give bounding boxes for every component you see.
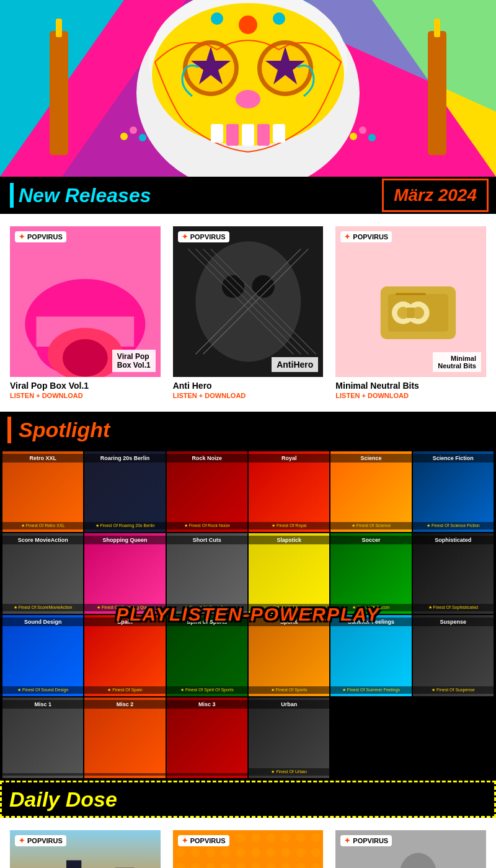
playlist-item-16[interactable]: Summer Feelings★ Finest Of Summer Feelin… — [330, 615, 411, 696]
album-cover-urban-explorer[interactable]: Urban Explorer ✦POPVIRUS — [10, 830, 161, 868]
album-card-anti-hero: AntiHero ✦POPVIRUSAnti HeroLISTEN + DOWN… — [173, 226, 324, 399]
playlist-subtitle: ★ Finest Of Urban — [249, 768, 329, 776]
hero-banner — [0, 0, 496, 177]
playlist-item-21[interactable]: Urban★ Finest Of Urban — [249, 698, 329, 778]
playlist-subtitle: ★ Finest Of Royal — [249, 522, 329, 529]
svg-rect-56 — [407, 308, 415, 318]
playlist-title: Summer Feelings — [330, 618, 411, 626]
playlist-item-18[interactable]: Misc 1 — [2, 698, 83, 778]
popvirus-badge: ✦POPVIRUS — [15, 835, 66, 846]
album-title-viral-pop: Viral Pop Box Vol.1 — [10, 381, 161, 391]
album-card-urban-explorer: Urban Explorer ✦POPVIRUSUrban ExplorerLI… — [10, 830, 161, 868]
playlist-title: Urban — [249, 700, 329, 709]
svg-point-20 — [239, 16, 257, 34]
svg-point-28 — [130, 126, 137, 134]
playlist-subtitle: ★ Finest Of Soccer — [330, 604, 411, 611]
album-link-minimal-neutral[interactable]: LISTEN + DOWNLOAD — [335, 392, 486, 399]
svg-point-22 — [273, 12, 285, 25]
svg-point-32 — [368, 134, 376, 141]
playlist-subtitle — [167, 773, 247, 776]
playlist-title: Rock Noize — [167, 454, 247, 463]
playlist-subtitle: ★ Finest Of Short Cuts — [167, 604, 247, 611]
album-cover-acoustic-traveller[interactable]: AcousticTraveller ✦POPVIRUS — [335, 830, 486, 868]
playlist-item-17[interactable]: Suspense★ Finest Of Suspense — [413, 615, 494, 696]
album-link-anti-hero[interactable]: LISTEN + DOWNLOAD — [173, 392, 324, 399]
playlist-item-20[interactable]: Misc 3 — [167, 698, 247, 778]
playlist-item-9[interactable]: Slapstick★ Finest Of Slapstick — [249, 533, 329, 614]
playlist-item-5[interactable]: Science Fiction★ Finest Of Science Ficti… — [413, 451, 494, 532]
popvirus-badge: ✦POPVIRUS — [340, 835, 392, 846]
album-cover-goodday-sunshine[interactable]: GoodDaySunshine ✦POPVIRUS — [173, 830, 324, 868]
date-badge: März 2024 — [382, 179, 489, 212]
playlist-item-3[interactable]: Royal★ Finest Of Royal — [249, 451, 329, 532]
playlist-item-14[interactable]: Spirit of Sports★ Finest Of Spirit Of Sp… — [167, 615, 247, 696]
album-cover-minimal-neutral[interactable]: MinimalNeutral Bits ✦POPVIRUS — [335, 226, 486, 377]
playlist-title: Misc 2 — [84, 700, 165, 709]
playlist-title: Suspense — [413, 618, 494, 626]
playlist-subtitle: ★ Finest Of Sophisticated — [413, 604, 494, 611]
playlist-subtitle: ★ Finest Of Sound Design — [2, 686, 83, 694]
playlist-title: Roaring 20s Berlin — [84, 454, 165, 463]
spotlight-header: Spotlight — [0, 412, 496, 449]
svg-rect-23 — [50, 31, 68, 155]
album-title-anti-hero: Anti Hero — [173, 381, 324, 391]
playlist-subtitle — [84, 773, 165, 776]
album-card-goodday-sunshine: GoodDaySunshine ✦POPVIRUSGoodDaySunshine… — [173, 830, 324, 868]
daily-dose-grid: Urban Explorer ✦POPVIRUSUrban ExplorerLI… — [0, 818, 496, 868]
playlist-subtitle: ★ Finest Of Spain — [84, 686, 165, 694]
playlist-subtitle: ★ Finest Of Science Fiction — [413, 522, 494, 529]
album-link-viral-pop[interactable]: LISTEN + DOWNLOAD — [10, 392, 161, 399]
playlist-item-10[interactable]: Soccer★ Finest Of Soccer — [330, 533, 411, 614]
playlist-title: Spirit of Sports — [167, 618, 247, 626]
playlist-title: Soccer — [330, 536, 411, 544]
popvirus-badge: ✦POPVIRUS — [178, 835, 229, 846]
album-cover-viral-pop[interactable]: Viral PopBox Vol.1 ✦POPVIRUS — [10, 226, 161, 377]
playlist-title: Sound Design — [2, 618, 83, 626]
playlist-item-11[interactable]: Sophisticated★ Finest Of Sophisticated — [413, 533, 494, 614]
playlist-item-7[interactable]: Shopping Queen★ Finest Of Shopping Queen — [84, 533, 165, 614]
svg-point-31 — [359, 126, 366, 134]
playlist-subtitle: ★ Finest Of Retro XXL — [2, 522, 83, 529]
playlist-item-2[interactable]: Rock Noize★ Finest Of Rock Noize — [167, 451, 247, 532]
svg-point-27 — [120, 133, 128, 140]
new-releases-header: New Releases März 2024 — [0, 177, 496, 214]
playlist-item-19[interactable]: Misc 2 — [84, 698, 165, 778]
playlist-title: Sports — [249, 618, 329, 626]
playlist-title: Misc 3 — [167, 700, 247, 709]
playlist-subtitle: ★ Finest Of Spirit Of Sports — [167, 686, 247, 694]
playlist-item-13[interactable]: Spain★ Finest Of Spain — [84, 615, 165, 696]
album-title-minimal-neutral: Minimal Neutral Bits — [335, 381, 486, 391]
svg-rect-26 — [434, 19, 440, 37]
playlist-subtitle: ★ Finest Of ScoreMovieAction — [2, 604, 83, 611]
playlist-item-12[interactable]: Sound Design★ Finest Of Sound Design — [2, 615, 83, 696]
playlist-item-0[interactable]: Retro XXL★ Finest Of Retro XXL — [2, 451, 83, 532]
playlist-item-8[interactable]: Short Cuts★ Finest Of Short Cuts — [167, 533, 247, 614]
playlist-item-4[interactable]: Science★ Finest Of Science — [330, 451, 411, 532]
popvirus-badge: ✦POPVIRUS — [178, 231, 229, 242]
playlist-subtitle: ★ Finest Of Rock Noize — [167, 522, 247, 529]
daily-dose-header: Daily Dose — [0, 781, 496, 818]
playlist-subtitle: ★ Finest Of Slapstick — [249, 604, 329, 611]
playlist-item-1[interactable]: Roaring 20s Berlin★ Finest Of Roaring 20… — [84, 451, 165, 532]
playlist-title: Short Cuts — [167, 536, 247, 544]
playlist-subtitle — [2, 773, 83, 776]
spotlight-playlist-grid: Retro XXL★ Finest Of Retro XXLRoaring 20… — [0, 449, 496, 781]
svg-rect-18 — [273, 124, 285, 143]
popvirus-badge: ✦POPVIRUS — [15, 231, 66, 242]
album-cover-anti-hero[interactable]: AntiHero ✦POPVIRUS — [173, 226, 324, 377]
playlist-title: Slapstick — [249, 536, 329, 544]
playlist-title: Misc 1 — [2, 700, 83, 709]
svg-point-19 — [236, 90, 260, 108]
album-card-viral-pop: Viral PopBox Vol.1 ✦POPVIRUSViral Pop Bo… — [10, 226, 161, 399]
playlist-subtitle: ★ Finest Of Sports — [249, 686, 329, 694]
playlist-item-15[interactable]: Sports★ Finest Of Sports — [249, 615, 329, 696]
new-releases-title: New Releases — [19, 184, 151, 207]
playlist-title: Royal — [249, 454, 329, 463]
svg-point-21 — [211, 12, 223, 25]
svg-rect-15 — [226, 124, 239, 146]
new-releases-title-box: New Releases — [0, 178, 161, 213]
svg-point-30 — [350, 133, 357, 140]
playlist-title: Science Fiction — [413, 454, 494, 463]
album-card-minimal-neutral: MinimalNeutral Bits ✦POPVIRUSMinimal Neu… — [335, 226, 486, 399]
playlist-item-6[interactable]: Score MovieAction★ Finest Of ScoreMovieA… — [2, 533, 83, 614]
